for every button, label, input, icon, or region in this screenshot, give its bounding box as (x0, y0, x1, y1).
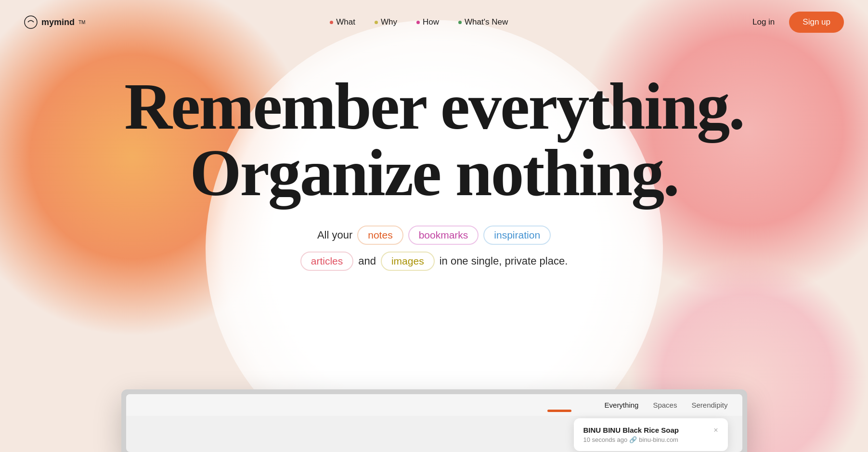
hero-subtext: All your notes bookmarks inspiration art… (300, 226, 568, 271)
tag-inspiration: inspiration (483, 226, 551, 245)
nav-dot-whats-new (458, 21, 462, 24)
nav-item-why[interactable]: Why (375, 17, 397, 27)
nav-dot-why (375, 21, 378, 24)
hero-heading: Remember everything. Organize nothing. (124, 73, 743, 206)
svg-point-0 (25, 16, 37, 28)
tab-everything[interactable]: Everything (605, 401, 639, 409)
nav-dot-how (416, 21, 420, 24)
notification-time: 10 seconds ago (583, 436, 628, 443)
logo[interactable]: mymindTM (24, 15, 85, 29)
nav-dot-what (330, 21, 333, 24)
notification-meta: 10 seconds ago 🔗 binu-binu.com (583, 436, 709, 443)
logo-icon (24, 15, 38, 29)
nav-auth: Log in Sign up (752, 12, 844, 33)
notification-source-icon: 🔗 (629, 436, 637, 443)
tag-bookmarks: bookmarks (408, 226, 479, 245)
nav-label-why: Why (381, 17, 397, 27)
nav-label-what: What (336, 17, 355, 27)
signup-button[interactable]: Sign up (789, 12, 844, 33)
tab-spaces[interactable]: Spaces (653, 401, 677, 409)
nav-links: What Why How What's New (330, 17, 508, 27)
nav-label-how: How (423, 17, 439, 27)
hero-subline1: All your notes bookmarks inspiration (317, 226, 551, 245)
nav-item-how[interactable]: How (416, 17, 439, 27)
app-tabs: Everything Spaces Serendipity (126, 394, 742, 416)
login-button[interactable]: Log in (752, 17, 775, 27)
navbar: mymindTM What Why How What's New (0, 0, 868, 44)
subtext-prefix: All your (317, 229, 352, 241)
app-window: Everything Spaces Serendipity BINU BINU … (121, 389, 747, 452)
subtext-middle: and (358, 255, 376, 267)
tag-images: images (381, 252, 435, 271)
notification-content: BINU BINU Black Rice Soap 10 seconds ago… (583, 426, 709, 443)
nav-label-whats-new: What's New (465, 17, 508, 27)
active-tab-indicator (547, 410, 571, 412)
logo-tm: TM (78, 20, 85, 25)
logo-text: mymind (41, 17, 75, 27)
tab-serendipity[interactable]: Serendipity (691, 401, 727, 409)
hero-line1: Remember everything. (124, 69, 743, 143)
app-preview: Everything Spaces Serendipity BINU BINU … (121, 389, 747, 452)
hero-section: Remember everything. Organize nothing. A… (0, 44, 868, 271)
tag-articles: articles (300, 252, 354, 271)
hero-line2: Organize nothing. (190, 136, 678, 210)
notification-source: binu-binu.com (639, 436, 678, 443)
app-notification: BINU BINU Black Rice Soap 10 seconds ago… (574, 418, 728, 451)
notification-title: BINU BINU Black Rice Soap (583, 426, 709, 434)
tag-notes: notes (357, 226, 403, 245)
notification-close-button[interactable]: × (713, 426, 718, 435)
subtext-suffix: in one single, private place. (440, 255, 568, 267)
app-inner: Everything Spaces Serendipity BINU BINU … (126, 394, 742, 452)
nav-item-whats-new[interactable]: What's New (458, 17, 508, 27)
nav-item-what[interactable]: What (330, 17, 355, 27)
hero-subline2: articles and images in one single, priva… (300, 252, 568, 271)
